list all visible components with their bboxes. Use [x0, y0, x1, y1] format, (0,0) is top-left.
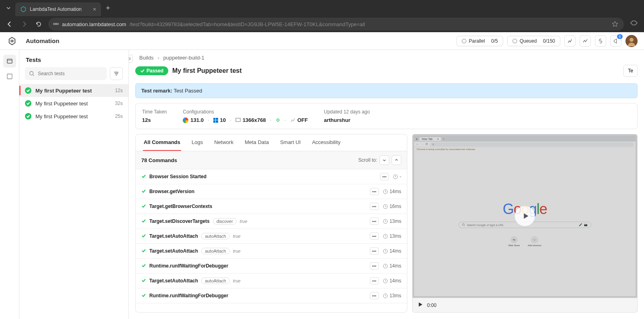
lambdatest-favicon	[20, 6, 27, 12]
tab-network[interactable]: Network	[213, 134, 234, 151]
scroll-up-button[interactable]	[392, 155, 401, 165]
command-more-icon[interactable]: •••	[370, 188, 379, 195]
tab-smart-ui[interactable]: Smart UI	[279, 134, 301, 151]
breadcrumb-builds[interactable]: Builds	[139, 55, 153, 61]
test-name: My first Puppeteer test	[35, 113, 111, 119]
rail-realtime-icon[interactable]	[3, 70, 16, 83]
command-row[interactable]: Target.getBrowserContexts•••16ms	[136, 199, 407, 214]
tab-list-dropdown[interactable]	[3, 3, 14, 13]
lambdatest-logo-icon[interactable]	[6, 35, 18, 47]
scroll-down-button[interactable]	[380, 155, 389, 165]
command-arg: true	[233, 234, 241, 239]
command-duration: 13ms	[383, 218, 401, 224]
command-arg: true	[233, 249, 241, 253]
command-name: Browser.getVersion	[149, 189, 194, 194]
command-param-pill: autoAttach	[201, 278, 230, 284]
url-path: /test?build=43299783&selectedTab=home&te…	[130, 21, 365, 27]
time-taken-value: 12s	[142, 117, 167, 123]
check-icon	[141, 263, 146, 269]
time-taken-label: Time Taken	[142, 109, 167, 115]
nav-forward-button[interactable]	[19, 19, 29, 29]
filter-button[interactable]	[110, 67, 123, 80]
test-duration: 12s	[115, 88, 123, 93]
parallel-status[interactable]: Parallel 0/5	[456, 36, 503, 46]
commands-panel: All CommandsLogsNetworkMeta DataSmart UI…	[135, 134, 407, 313]
command-name: Browser Session Started	[149, 174, 206, 179]
announcement-icon[interactable]: 5	[610, 35, 621, 47]
test-item[interactable]: My first Puppeteer test32s	[19, 97, 128, 110]
tab-meta-data[interactable]: Meta Data	[244, 134, 270, 151]
command-more-icon[interactable]: •••	[370, 218, 379, 225]
updated-user[interactable]: arthurshur	[324, 117, 370, 123]
command-row[interactable]: Target.setAutoAttachautoAttachtrue•••14m…	[136, 274, 407, 288]
nav-reload-button[interactable]	[34, 19, 43, 29]
check-icon	[141, 233, 146, 239]
video-frame[interactable]: ● New Tab× + ←→⟳ G Chrome is being contr…	[412, 134, 638, 298]
search-tests-input[interactable]	[25, 67, 107, 80]
check-icon	[141, 204, 146, 210]
command-row[interactable]: Browser Session Started•••-	[136, 169, 407, 184]
svg-point-7	[115, 72, 116, 73]
test-name: My first Puppeteer test	[35, 88, 111, 94]
collapse-panel-button[interactable]	[129, 55, 133, 63]
test-action-button[interactable]: Te	[623, 65, 638, 77]
commands-count: 78 Commands	[141, 157, 177, 163]
command-more-icon[interactable]: •••	[370, 262, 379, 270]
tunnel-off-icon	[290, 117, 295, 123]
user-avatar[interactable]	[625, 35, 638, 47]
test-info-strip: Time Taken 12s Configurations 131.0 · 10…	[135, 103, 638, 129]
command-name: Runtime.runIfWaitingForDebugger	[149, 293, 228, 298]
link-icon[interactable]	[595, 35, 606, 47]
new-tab-button[interactable]: +	[103, 2, 114, 14]
config-label: Configurations	[183, 109, 308, 115]
tab-logs[interactable]: Logs	[191, 134, 204, 151]
queued-status[interactable]: Queued 0/150	[507, 36, 560, 46]
tab-close-icon[interactable]: ×	[93, 6, 96, 12]
bookmark-icon[interactable]	[611, 20, 619, 28]
address-bar[interactable]: automation.lambdatest.com/test?build=432…	[48, 18, 624, 31]
rail-automation-icon[interactable]	[3, 55, 16, 68]
page-title: Automation	[26, 37, 59, 44]
video-play-button[interactable]	[515, 206, 535, 226]
command-more-icon[interactable]: •••	[380, 173, 389, 180]
command-row[interactable]: Target.setAutoAttachautoAttachtrue•••14m…	[136, 244, 407, 259]
command-row[interactable]: Target.setAutoAttachautoAttachtrue•••13m…	[136, 229, 407, 244]
app-header: Automation Parallel 0/5 Queued 0/150 5	[0, 32, 644, 50]
play-icon[interactable]	[417, 302, 423, 309]
command-duration: 14ms	[383, 248, 401, 254]
command-more-icon[interactable]: •••	[370, 277, 379, 284]
tests-panel-title: Tests	[19, 50, 128, 67]
command-name: Target.setDiscoverTargets	[149, 218, 210, 224]
windows-icon	[213, 118, 218, 123]
command-row[interactable]: Browser.getVersion•••14ms	[136, 184, 407, 199]
svg-rect-0	[54, 23, 56, 25]
tab-accessibility[interactable]: Accessibility	[311, 134, 341, 151]
command-row[interactable]: Target.setDiscoverTargetsdiscovertrue•••…	[136, 214, 407, 229]
nav-back-button[interactable]	[5, 19, 14, 29]
browser-tab[interactable]: LambdaTest Automation ×	[15, 2, 101, 16]
command-name: Target.setAutoAttach	[149, 248, 198, 254]
test-title: My first Puppeteer test	[172, 67, 242, 74]
command-row[interactable]: Runtime.runIfWaitingForDebugger•••13ms	[136, 288, 407, 303]
command-more-icon[interactable]: •••	[370, 203, 379, 210]
tunnel-on-icon	[275, 117, 281, 123]
test-item[interactable]: My first Puppeteer test25s	[19, 110, 128, 123]
breadcrumb: Builds › puppeteer-build-1	[135, 55, 638, 61]
chevron-right-icon: ›	[157, 55, 159, 61]
icon-rail	[0, 50, 19, 319]
status-passed-icon	[25, 100, 31, 107]
test-remark-banner: Test remark: Test Passed	[135, 83, 638, 98]
extensions-button[interactable]	[629, 18, 639, 30]
command-more-icon[interactable]: •••	[370, 292, 379, 299]
command-more-icon[interactable]: •••	[370, 247, 379, 255]
analytics-icon[interactable]	[580, 35, 591, 47]
command-row[interactable]: Runtime.runIfWaitingForDebugger•••14ms	[136, 259, 407, 274]
tab-all-commands[interactable]: All Commands	[143, 134, 181, 151]
site-info-icon[interactable]	[53, 21, 59, 27]
command-more-icon[interactable]: •••	[370, 233, 379, 240]
video-controls[interactable]: 0:00	[412, 298, 638, 313]
test-item[interactable]: My first Puppeteer test12s	[19, 84, 128, 97]
updated-label: Updated 12 days ago	[324, 109, 370, 115]
hyperexecute-icon[interactable]	[564, 35, 576, 47]
tab-title: LambdaTest Automation	[30, 6, 82, 12]
